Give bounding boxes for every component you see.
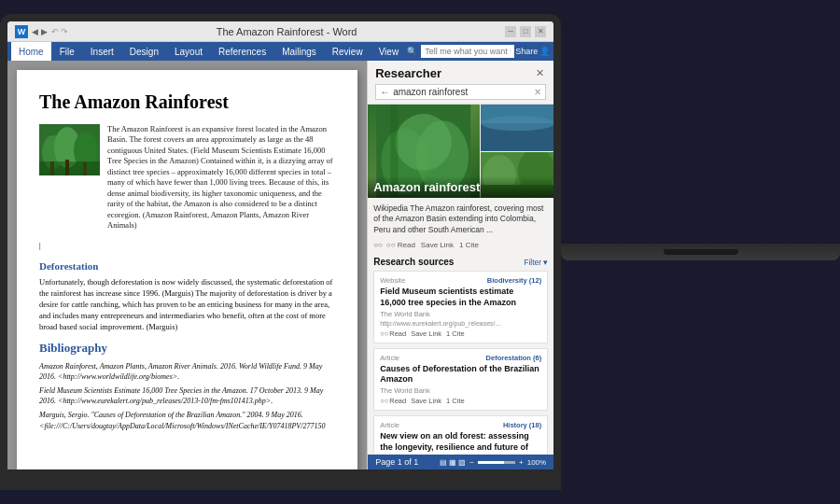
zoom-level: 100%	[527, 458, 546, 467]
researcher-search-bar: ← ✕	[375, 84, 546, 100]
share-button[interactable]: Share 👤	[515, 47, 550, 56]
researcher-search-input[interactable]	[393, 87, 530, 97]
tab-view[interactable]: View	[371, 42, 407, 61]
researcher-search-clear-button[interactable]: ✕	[534, 87, 541, 97]
researcher-body[interactable]: Wikipedia The Amazon rainforest, coverin…	[368, 200, 553, 455]
wiki-description: Wikipedia The Amazon rainforest, coverin…	[373, 203, 548, 235]
source-title-2: Causes of Deforestation of the Brazilian…	[380, 364, 541, 385]
source-read-btn-1[interactable]: ○○ Read	[380, 329, 406, 338]
source-type-2: Article	[380, 354, 399, 362]
status-right: ▤ ▦ ▧ − + 100%	[440, 458, 546, 467]
bib-entry-3: Marguis, Sergio. "Causes of Deforestatio…	[39, 410, 335, 430]
doc-intro-text: The Amazon Rainforest is an expansive fo…	[107, 124, 335, 231]
source-title-1: Field Museum scientists estimate 16,000 …	[380, 287, 541, 308]
ribbon: Home File Insert Design Layout Reference…	[7, 42, 553, 61]
wiki-read-button[interactable]: ○○ ○○ Read	[373, 241, 415, 249]
source-tag-1: Website Biodiversity (12)	[380, 276, 541, 285]
source-actions-1: ○○ Read Save Link 1 Cite	[380, 329, 541, 338]
source-category-1: Biodiversity (12)	[487, 276, 541, 285]
svg-rect-5	[65, 160, 69, 175]
bib-entry-2: Field Museum Scientists Estimate 16,000 …	[39, 385, 335, 406]
main-area: The Amazon Rainforest	[7, 61, 553, 469]
svg-point-3	[74, 132, 98, 169]
researcher-close-button[interactable]: ✕	[533, 67, 546, 80]
bib-entry-1: Amazon Rainforest, Amazon Plants, Amazon…	[39, 361, 335, 382]
view-icons: ▤ ▦ ▧	[440, 458, 466, 467]
ribbon-search-input[interactable]	[421, 45, 514, 58]
word-logo: W	[15, 25, 28, 38]
source-url-1: http://www.eurekalert.org/pub_releases/.…	[380, 320, 541, 327]
wiki-actions: ○○ ○○ Read Save Link 1 Cite	[373, 241, 548, 249]
tab-references[interactable]: References	[211, 42, 273, 61]
bibliography-heading: Bibliography	[39, 340, 335, 357]
research-sources-label: Research sources	[373, 257, 454, 267]
wiki-save-link-button[interactable]: Save Link	[421, 241, 454, 249]
researcher-back-button[interactable]: ←	[380, 87, 389, 97]
researcher-title-row: Researcher ✕	[375, 66, 546, 80]
maximize-button[interactable]: □	[520, 26, 531, 37]
source-cite-btn-1[interactable]: 1 Cite	[446, 329, 465, 338]
rainforest-image	[39, 124, 100, 175]
forest-image-svg	[39, 124, 100, 175]
zoom-fill	[478, 461, 504, 464]
laptop-notch	[664, 249, 738, 255]
svg-rect-4	[50, 161, 54, 175]
minimize-button[interactable]: ─	[505, 26, 516, 37]
zoom-minus[interactable]: −	[469, 458, 474, 467]
source-card-3: Article History (18) New view on an old …	[373, 415, 548, 455]
svg-rect-6	[83, 162, 87, 175]
status-text: Page 1 of 1	[375, 457, 418, 467]
ribbon-search-area: 🔍	[407, 45, 514, 58]
source-save-btn-2[interactable]: Save Link	[411, 397, 441, 405]
researcher-header: Researcher ✕ ← ✕	[368, 61, 553, 105]
source-org-2: The World Bank	[380, 386, 541, 395]
document-area: The Amazon Rainforest	[7, 61, 367, 469]
source-actions-2: ○○ Read Save Link 1 Cite	[380, 397, 541, 405]
source-read-btn-2[interactable]: ○○ Read	[380, 397, 406, 405]
researcher-title: Researcher	[375, 66, 441, 80]
tab-design[interactable]: Design	[122, 42, 166, 61]
source-card-2: Article Deforestation (6) Causes of Defo…	[373, 348, 548, 411]
source-save-btn-1[interactable]: Save Link	[411, 329, 441, 338]
laptop-outer: W ◀ ▶ ↶ ↷ The Amazon Rainforest - Word ─…	[0, 14, 561, 490]
nav-back[interactable]: ◀ ▶	[32, 27, 48, 36]
wiki-cite-button[interactable]: 1 Cite	[459, 241, 479, 249]
source-cite-btn-2[interactable]: 1 Cite	[446, 397, 465, 405]
source-category-2: Deforestation (6)	[486, 354, 542, 362]
research-sources-header: Research sources Filter ▾	[373, 257, 548, 267]
source-type-3: Article	[380, 421, 399, 429]
tab-home[interactable]: Home	[11, 42, 51, 61]
document-page: The Amazon Rainforest	[17, 70, 357, 469]
rainforest-topic-card: Amazon rainforest	[368, 105, 553, 198]
filter-button[interactable]: Filter ▾	[524, 258, 548, 267]
tab-file[interactable]: File	[52, 42, 82, 61]
svg-point-14	[481, 116, 554, 131]
rainforest-image-river	[481, 105, 554, 151]
source-title-3: New view on an old forest: assessing the…	[380, 431, 541, 455]
researcher-panel: Researcher ✕ ← ✕	[367, 61, 553, 469]
source-card-1: Website Biodiversity (12) Field Museum s…	[373, 271, 548, 343]
source-type-1: Website	[380, 276, 405, 285]
source-tag-3: Article History (18)	[380, 421, 541, 429]
svg-point-10	[396, 114, 453, 171]
tab-review[interactable]: Review	[325, 42, 371, 61]
status-bar: Page 1 of 1 ▤ ▦ ▧ − + 100%	[368, 455, 553, 469]
tab-layout[interactable]: Layout	[167, 42, 210, 61]
rainforest-topic-label: Amazon rainforest	[368, 176, 553, 198]
tab-insert[interactable]: Insert	[83, 42, 121, 61]
deforestation-text: Unfortunately, though deforestation is n…	[39, 277, 335, 332]
zoom-slider[interactable]	[478, 461, 515, 464]
deforestation-heading: Deforestation	[39, 259, 335, 273]
source-tag-2: Article Deforestation (6)	[380, 354, 541, 362]
doc-intro-section: The Amazon Rainforest is an expansive fo…	[39, 124, 335, 231]
zoom-plus[interactable]: +	[519, 458, 524, 467]
laptop-bottom	[561, 244, 840, 260]
doc-cursor-line: |	[39, 241, 335, 252]
window-controls: ─ □ ✕	[505, 26, 546, 37]
source-category-3: History (18)	[503, 421, 541, 429]
laptop-screen: W ◀ ▶ ↶ ↷ The Amazon Rainforest - Word ─…	[7, 21, 553, 469]
close-button[interactable]: ✕	[535, 26, 546, 37]
document-title: The Amazon Rainforest	[39, 89, 335, 115]
tab-mailings[interactable]: Mailings	[274, 42, 324, 61]
source-org-1: The World Bank	[380, 310, 541, 318]
